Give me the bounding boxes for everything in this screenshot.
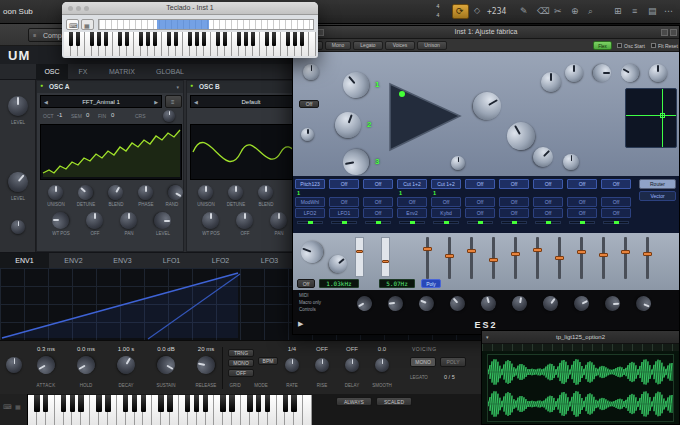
piano-icon[interactable]: ▦ (15, 403, 21, 410)
pan-knob[interactable] (11, 220, 25, 234)
osc-a-menu-icon[interactable]: ▾ (176, 84, 179, 90)
piano-black-key[interactable] (70, 395, 76, 412)
router-source-slot[interactable]: Off (601, 208, 631, 218)
fader-cap[interactable] (445, 254, 454, 258)
router-via-slot[interactable]: Off (465, 197, 495, 207)
piano-black-key[interactable] (286, 32, 290, 46)
noise-level-knob[interactable] (4, 168, 32, 196)
pad-handle[interactable] (660, 113, 665, 118)
piano-black-key[interactable] (69, 32, 73, 46)
osc2-wave-knob[interactable] (502, 117, 540, 155)
router-intensity-slider[interactable] (399, 221, 425, 224)
pan-knob-b[interactable] (270, 212, 287, 229)
always-button[interactable]: ALWAYS (336, 397, 372, 406)
sample-ruler[interactable] (482, 344, 679, 351)
env-fader[interactable] (423, 237, 432, 279)
planar-pad[interactable] (625, 88, 677, 148)
wavetable-selector[interactable]: ◀ FFT_Animal 1 ▶ (40, 95, 162, 108)
piano-black-key[interactable] (300, 32, 304, 46)
sub-off-button[interactable]: Off (299, 100, 319, 108)
piano-black-key[interactable] (291, 395, 297, 412)
piano-black-key[interactable] (283, 395, 289, 412)
router-via-slot[interactable]: Off (499, 197, 529, 207)
piano-white-key[interactable] (309, 32, 316, 56)
filter-reso-knob[interactable] (529, 143, 557, 171)
flex-button[interactable]: Flex (593, 41, 612, 50)
piano-black-key[interactable] (104, 32, 108, 46)
macro-knob[interactable] (354, 293, 374, 313)
fader-cap[interactable] (577, 250, 586, 254)
piano-black-key[interactable] (229, 395, 235, 412)
piano-black-key[interactable] (251, 32, 255, 46)
time-signature[interactable]: 4 4 (430, 2, 446, 22)
rate-knob[interactable] (285, 358, 299, 372)
coarse-pitch-knob[interactable] (163, 110, 175, 122)
router-target-slot[interactable]: Off (363, 179, 393, 189)
osc2-knob[interactable] (331, 108, 364, 141)
sample-editor-header[interactable]: ▾ tp_ligt125_option2 (482, 331, 679, 344)
piano-black-key[interactable] (185, 395, 191, 412)
router-via-slot[interactable]: Off (567, 197, 597, 207)
hold-knob[interactable] (74, 353, 99, 378)
router-target-slot[interactable]: Off (567, 179, 597, 189)
macro-knob[interactable] (634, 294, 654, 314)
piano-black-key[interactable] (216, 32, 220, 46)
zone-extra-knob[interactable] (6, 357, 22, 373)
env-fader[interactable] (643, 237, 652, 279)
router-intensity-slider[interactable] (331, 221, 357, 224)
router-via-slot[interactable]: ModWhl (295, 197, 325, 207)
router-source-slot[interactable]: Kybd (431, 208, 461, 218)
titlebar-icon[interactable] (661, 29, 668, 36)
flt-reset-checkbox[interactable] (651, 43, 656, 48)
router-target-slot[interactable]: Cut 1+2 (397, 179, 427, 189)
router-source-slot[interactable]: Off (499, 208, 529, 218)
piano-black-key[interactable] (146, 32, 150, 46)
noise-knob[interactable] (649, 64, 667, 82)
wtpos-knob-b[interactable] (202, 212, 219, 229)
vector-tab-button[interactable]: Vector (639, 191, 676, 201)
legato-mode-button[interactable]: Legato (353, 41, 383, 50)
piano-black-key[interactable] (105, 395, 111, 412)
piano-black-key[interactable] (265, 32, 269, 46)
mono-mode-button[interactable]: Mono (325, 41, 351, 50)
macro-knob[interactable] (540, 293, 561, 314)
macro-knob[interactable] (605, 296, 621, 312)
eraser-icon[interactable]: ⌫ (537, 6, 550, 16)
tab-env3[interactable]: ENV3 (98, 253, 147, 269)
tab-lfo2[interactable]: LFO2 (196, 253, 245, 269)
piano-black-key[interactable] (96, 395, 102, 412)
macro-knob[interactable] (571, 293, 591, 313)
zone-keyboard[interactable] (28, 395, 312, 425)
osc-start-checkbox[interactable] (617, 43, 622, 48)
teclado-titlebar[interactable]: Teclado - Inst 1 (62, 2, 318, 15)
piano-black-key[interactable] (203, 395, 209, 412)
more-icon[interactable]: ⋯ (664, 6, 673, 16)
tab-fx[interactable]: FX (70, 64, 96, 80)
wavetable-prev-icon[interactable]: ◀ (194, 99, 198, 105)
piano-white-key[interactable] (303, 395, 312, 425)
zoom-window-icon[interactable] (84, 6, 89, 11)
env-time-knob[interactable] (451, 156, 465, 170)
unison-knob-b[interactable] (198, 185, 213, 200)
env-fader[interactable] (599, 237, 608, 279)
piano-black-key[interactable] (195, 32, 199, 46)
lfo-off-button[interactable]: Off (297, 279, 315, 288)
piano-black-key[interactable] (78, 395, 84, 412)
tab-matrix[interactable]: MATRIX (100, 64, 144, 80)
sample-menu-icon[interactable]: ▾ (486, 334, 489, 340)
piano-black-key[interactable] (141, 395, 147, 412)
tab-osc[interactable]: OSC (36, 64, 68, 80)
grid-off-button[interactable]: OFF (228, 369, 254, 377)
wavetable-next-icon[interactable]: ▶ (154, 99, 158, 105)
pan-spread-knob[interactable] (593, 64, 611, 82)
env-fader[interactable] (511, 237, 520, 279)
fader-cap[interactable] (599, 253, 608, 257)
router-target-slot[interactable]: Off (499, 179, 529, 189)
grid-mono-button[interactable]: MONO (228, 359, 254, 367)
glide-knob[interactable] (303, 64, 319, 80)
scaled-button[interactable]: SCALED (376, 397, 412, 406)
router-source-slot[interactable]: LFO1 (329, 208, 359, 218)
router-target-slot[interactable]: Off (533, 179, 563, 189)
router-target-slot[interactable]: Cut 1+2 (431, 179, 461, 189)
attack-knob[interactable] (34, 353, 59, 378)
